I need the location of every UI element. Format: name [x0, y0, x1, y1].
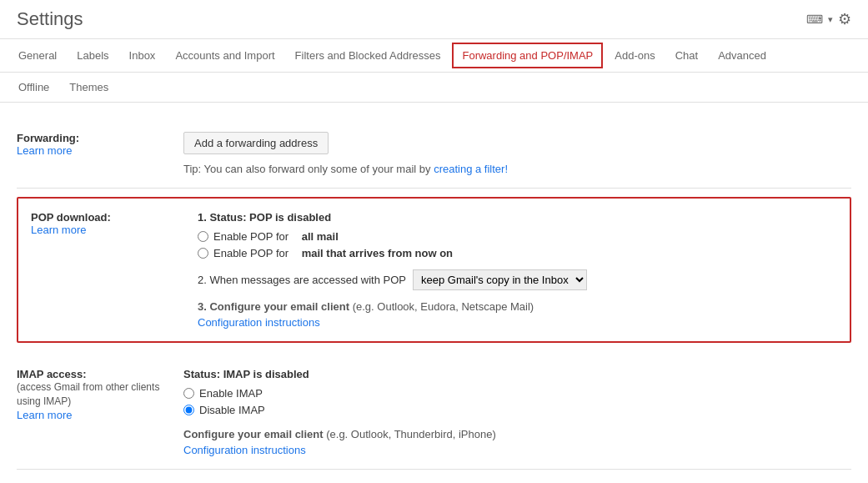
imap-config-text: Configure your email client (e.g. Outloo…: [183, 428, 851, 440]
nav-labels[interactable]: Labels: [67, 41, 118, 70]
pop-config-link[interactable]: Configuration instructions: [198, 316, 320, 329]
pop-section: POP download: Learn more 1. Status: POP …: [17, 197, 851, 343]
imap-radio1-row: Enable IMAP: [183, 387, 851, 400]
header: Settings ⌨ ▾ ⚙: [0, 0, 868, 39]
keyboard-icon[interactable]: ⌨: [806, 13, 823, 26]
nav-row2: Offline Themes: [0, 73, 868, 103]
pop-when-label: 2. When messages are accessed with POP: [198, 274, 406, 286]
forwarding-section: Forwarding: Learn more Add a forwarding …: [17, 119, 851, 189]
pop-learn-more[interactable]: Learn more: [31, 224, 86, 236]
nav-inbox[interactable]: Inbox: [119, 41, 166, 70]
pop-radio-now[interactable]: [198, 248, 208, 259]
nav-addons[interactable]: Add-ons: [605, 41, 665, 70]
nav-themes[interactable]: Themes: [59, 73, 118, 102]
imap-radio-disable[interactable]: [183, 405, 194, 415]
forwarding-label: Forwarding: Learn more: [17, 132, 183, 175]
imap-section: IMAP access: (access Gmail from other cl…: [17, 355, 851, 470]
page-title: Settings: [17, 8, 83, 30]
nav-chat[interactable]: Chat: [665, 41, 708, 70]
nav-general[interactable]: General: [8, 41, 67, 70]
imap-body: Status: IMAP is disabled Enable IMAP Dis…: [183, 368, 851, 456]
imap-radio-enable[interactable]: [183, 388, 194, 399]
forwarding-body: Add a forwarding address Tip: You can al…: [183, 132, 851, 175]
imap-config-link[interactable]: Configuration instructions: [183, 444, 306, 456]
pop-radio2-row: Enable POP for mail that arrives from no…: [198, 247, 837, 259]
imap-learn-more[interactable]: Learn more: [17, 409, 72, 421]
pop-config-text: 3. Configure your email client (e.g. Out…: [198, 300, 837, 313]
pop-radio-all[interactable]: [198, 231, 208, 242]
imap-status: Status: IMAP is disabled: [183, 368, 851, 380]
imap-label: IMAP access: (access Gmail from other cl…: [17, 368, 183, 456]
dropdown-arrow-icon[interactable]: ▾: [828, 14, 833, 25]
pop-dropdown-row: 2. When messages are accessed with POP k…: [198, 269, 837, 290]
header-icons: ⌨ ▾ ⚙: [806, 10, 851, 28]
nav-offline[interactable]: Offline: [8, 73, 59, 102]
nav-filters[interactable]: Filters and Blocked Addresses: [285, 41, 451, 70]
gear-icon[interactable]: ⚙: [838, 10, 851, 28]
pop-status: 1. Status: POP is disabled: [198, 211, 837, 224]
creating-filter-link[interactable]: creating a filter!: [434, 163, 508, 175]
content: Forwarding: Learn more Add a forwarding …: [0, 103, 868, 483]
pop-action-dropdown[interactable]: keep Gmail's copy in the Inbox mark Gmai…: [413, 269, 587, 290]
pop-body: 1. Status: POP is disabled Enable POP fo…: [198, 211, 837, 329]
tip-text: Tip: You can also forward only some of y…: [183, 163, 851, 175]
pop-radio1-row: Enable POP for all mail: [198, 230, 837, 243]
imap-radio2-row: Disable IMAP: [183, 404, 851, 416]
nav-forwarding[interactable]: Forwarding and POP/IMAP: [452, 43, 603, 68]
pop-label: POP download: Learn more: [31, 211, 198, 329]
nav-row1: General Labels Inbox Accounts and Import…: [0, 39, 868, 73]
nav-accounts[interactable]: Accounts and Import: [165, 41, 284, 70]
forwarding-learn-more[interactable]: Learn more: [17, 144, 72, 157]
add-forwarding-button[interactable]: Add a forwarding address: [183, 132, 329, 154]
nav-advanced[interactable]: Advanced: [708, 41, 776, 70]
